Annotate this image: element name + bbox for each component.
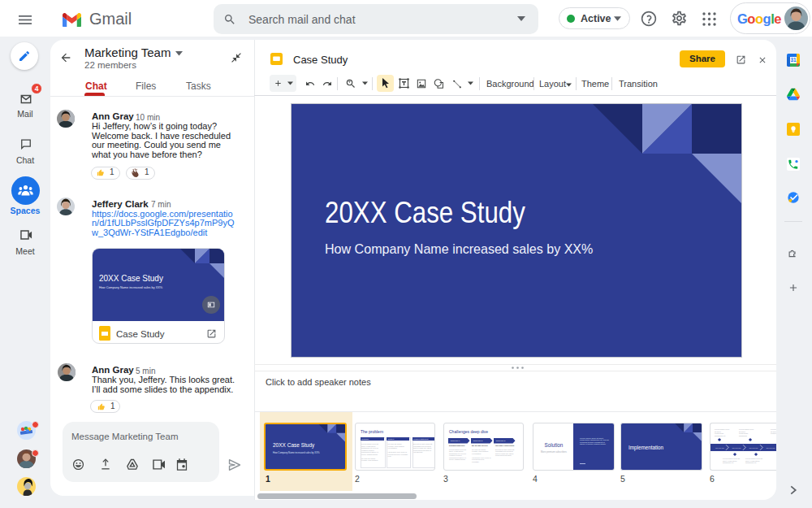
svg-text:Challenge 3: Challenge 3	[496, 440, 506, 441]
svg-text:XX.XX.XX: XX.XX.XX	[767, 447, 775, 449]
svg-text:Challenge 1: Challenge 1	[451, 440, 460, 441]
svg-text:31: 31	[790, 57, 797, 63]
svg-text:XX.XX.XX: XX.XX.XX	[732, 447, 741, 449]
svg-text:XX.XX.XX: XX.XX.XX	[715, 447, 724, 449]
svg-text:Challenge 2: Challenge 2	[473, 440, 483, 441]
svg-text:XX.XX.XX: XX.XX.XX	[749, 447, 758, 449]
